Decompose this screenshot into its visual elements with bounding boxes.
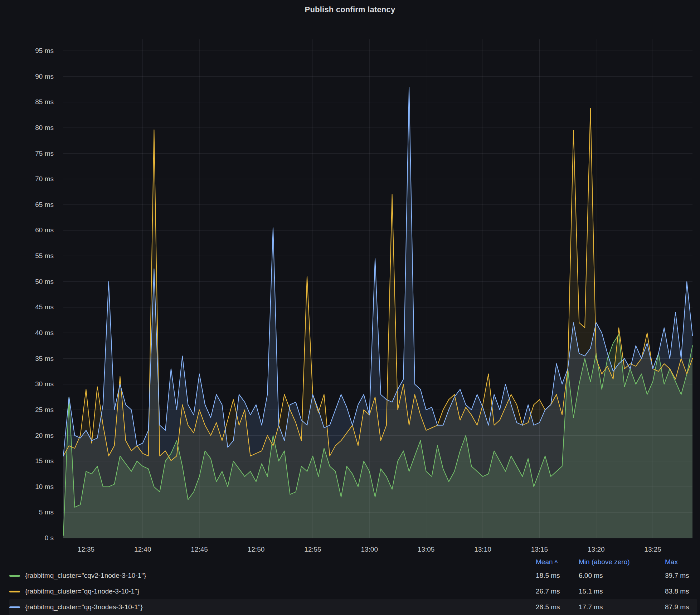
mean-value: 26.7 ms	[536, 587, 579, 595]
y-axis-label: 75 ms	[35, 150, 54, 157]
y-axis-label: 25 ms	[35, 406, 54, 413]
sort-ascending-icon: ^	[555, 559, 558, 565]
series-swatch-icon	[9, 591, 20, 592]
y-axis-label: 60 ms	[35, 226, 54, 234]
x-axis-label: 13:10	[474, 546, 491, 553]
mean-value: 18.5 ms	[536, 572, 579, 580]
max-value: 39.7 ms	[665, 572, 697, 580]
x-axis-label: 13:05	[418, 546, 435, 553]
y-axis-label: 10 ms	[35, 483, 54, 490]
y-axis-label: 70 ms	[35, 175, 54, 183]
y-axis-label: 50 ms	[35, 278, 54, 285]
legend-column-max[interactable]: Max	[665, 558, 697, 566]
x-axis-label: 13:00	[361, 546, 378, 553]
x-axis-label: 12:50	[248, 546, 265, 553]
y-axis-label: 95 ms	[35, 47, 54, 54]
x-axis-label: 13:20	[588, 546, 605, 553]
series-swatch-icon	[9, 575, 20, 577]
series-area-qq-3nodes-3-10-1	[63, 87, 692, 538]
y-axis-label: 45 ms	[35, 303, 54, 311]
min-value: 17.7 ms	[579, 603, 665, 611]
series-label[interactable]: {rabbitmq_cluster="qq-1node-3-10-1"}	[25, 587, 139, 595]
legend-header: Mean^ Min (above zero) Max	[9, 556, 697, 568]
y-axis-label: 90 ms	[35, 73, 54, 80]
grafana-panel: { "chart_data": { "type": "line", "title…	[0, 0, 700, 615]
y-axis-label: 85 ms	[35, 98, 54, 106]
series-swatch-icon	[9, 606, 20, 608]
y-axis-label: 20 ms	[35, 432, 54, 439]
y-axis-label: 5 ms	[39, 508, 54, 516]
legend-column-min[interactable]: Min (above zero)	[579, 558, 665, 566]
series-label[interactable]: {rabbitmq_cluster="qq-3nodes-3-10-1"}	[25, 603, 143, 611]
legend-column-mean[interactable]: Mean^	[536, 558, 579, 566]
latency-chart[interactable]: 0 s5 ms10 ms15 ms20 ms25 ms30 ms35 ms40 …	[0, 0, 700, 558]
x-axis-label: 12:55	[304, 546, 321, 553]
x-axis-label: 12:35	[78, 546, 95, 553]
legend-row-qq-1node: {rabbitmq_cluster="qq-1node-3-10-1"} 26.…	[9, 583, 697, 599]
latency-chart-svg[interactable]: 0 s5 ms10 ms15 ms20 ms25 ms30 ms35 ms40 …	[0, 0, 700, 558]
y-axis-label: 35 ms	[35, 355, 54, 362]
mean-value: 28.5 ms	[536, 603, 579, 611]
legend-row-qq-3nodes: {rabbitmq_cluster="qq-3nodes-3-10-1"} 28…	[9, 599, 697, 615]
max-value: 83.8 ms	[665, 587, 697, 595]
legend-row-cqv2-1node: {rabbitmq_cluster="cqv2-1node-3-10-1"} 1…	[9, 568, 697, 583]
min-value: 6.00 ms	[579, 572, 665, 580]
y-axis-label: 80 ms	[35, 124, 54, 131]
y-axis-label: 65 ms	[35, 201, 54, 208]
x-axis-label: 12:40	[134, 546, 151, 553]
series-label[interactable]: {rabbitmq_cluster="cqv2-1node-3-10-1"}	[25, 572, 146, 580]
y-axis-label: 15 ms	[35, 457, 54, 465]
legend-column-mean-label: Mean	[536, 558, 553, 566]
y-axis-label: 55 ms	[35, 252, 54, 260]
x-axis-label: 13:15	[531, 546, 548, 553]
y-axis-label: 0 s	[45, 534, 54, 542]
y-axis-label: 40 ms	[35, 329, 54, 336]
max-value: 87.9 ms	[665, 603, 697, 611]
x-axis-label: 12:45	[191, 546, 208, 553]
min-value: 15.1 ms	[579, 587, 665, 595]
y-axis-label: 30 ms	[35, 380, 54, 388]
x-axis-label: 13:25	[644, 546, 661, 553]
legend: Mean^ Min (above zero) Max {rabbitmq_clu…	[0, 556, 700, 615]
